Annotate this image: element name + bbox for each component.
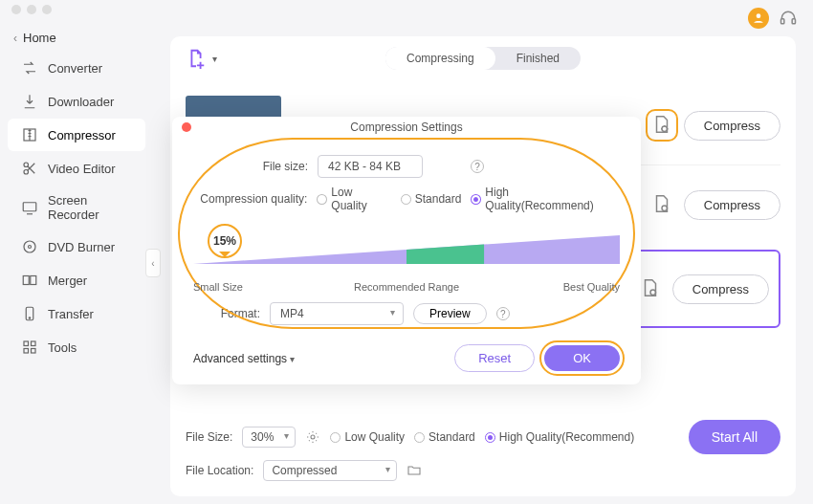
sidebar-item-dvd-burner[interactable]: DVD Burner: [8, 230, 145, 263]
slider-label-recommended: Recommended Range: [354, 281, 459, 293]
radio-low-quality[interactable]: Low Quality: [330, 430, 405, 444]
nav-label: Transfer: [48, 307, 94, 321]
sidebar-item-transfer[interactable]: Transfer: [8, 297, 145, 330]
svg-rect-13: [24, 341, 29, 346]
folder-icon[interactable]: [406, 463, 422, 478]
file-size-label: File size:: [193, 160, 308, 173]
ok-button[interactable]: OK: [544, 345, 620, 371]
svg-point-17: [662, 126, 668, 132]
svg-point-7: [24, 241, 35, 252]
svg-rect-6: [23, 203, 36, 211]
svg-point-19: [650, 290, 656, 296]
format-select[interactable]: MP4: [270, 302, 404, 325]
svg-rect-16: [32, 349, 36, 354]
svg-rect-15: [24, 349, 29, 354]
file-size-label: File Size:: [186, 430, 232, 444]
item-settings-icon[interactable]: [640, 278, 661, 299]
tools-icon: [21, 339, 38, 356]
compressor-icon: [21, 126, 38, 143]
radio-high-quality[interactable]: High Quality(Recommend): [485, 430, 634, 444]
chevron-left-icon: ‹: [13, 32, 17, 45]
nav-label: Tools: [48, 340, 77, 355]
advanced-settings-toggle[interactable]: Advanced settings: [193, 352, 295, 365]
quality-label: Compression quality:: [193, 192, 307, 206]
tab-segment: Compressing Finished: [385, 47, 581, 70]
nav-label: Screen Recorder: [48, 193, 132, 222]
home-label: Home: [23, 31, 56, 45]
compression-settings-dialog: Compression Settings File size: 42 KB - …: [172, 117, 641, 384]
sidebar-item-screen-recorder[interactable]: Screen Recorder: [8, 186, 145, 230]
converter-icon: [21, 59, 38, 77]
file-location-select[interactable]: Compressed: [263, 460, 397, 481]
file-size-input[interactable]: 42 KB - 84 KB: [318, 155, 423, 178]
nav-label: Downloader: [48, 95, 114, 109]
file-location-label: File Location:: [186, 464, 253, 477]
svg-point-8: [29, 246, 32, 249]
screen-recorder-icon: [21, 199, 38, 216]
preview-button[interactable]: Preview: [413, 303, 487, 324]
svg-rect-9: [23, 276, 29, 285]
nav-label: Converter: [48, 61, 102, 76]
sidebar-item-downloader[interactable]: Downloader: [8, 85, 145, 118]
slider-label-best: Best Quality: [563, 281, 620, 293]
nav-label: Compressor: [48, 128, 116, 142]
svg-point-18: [662, 206, 668, 211]
radio-standard[interactable]: Standard: [401, 192, 462, 206]
radio-low-quality[interactable]: Low Quality: [317, 186, 390, 212]
add-file-icon[interactable]: [186, 48, 207, 69]
sidebar-item-merger[interactable]: Merger: [8, 264, 145, 296]
chevron-down-icon[interactable]: ▾: [212, 54, 217, 64]
svg-point-0: [757, 13, 761, 18]
svg-point-12: [29, 318, 31, 319]
merger-icon: [21, 272, 38, 289]
sidebar-item-compressor[interactable]: Compressor: [8, 119, 145, 151]
format-label: Format:: [212, 307, 260, 320]
transfer-icon: [21, 305, 38, 322]
item-settings-icon[interactable]: [651, 115, 672, 136]
downloader-icon: [21, 93, 38, 110]
sidebar-item-tools[interactable]: Tools: [8, 331, 145, 363]
svg-rect-1: [781, 19, 784, 24]
dvd-icon: [21, 238, 38, 255]
sidebar-item-video-editor[interactable]: Video Editor: [8, 152, 145, 185]
radio-high-quality[interactable]: High Quality(Recommend): [471, 186, 620, 212]
compress-button[interactable]: Compress: [672, 274, 769, 304]
sidebar-item-converter[interactable]: Converter: [8, 52, 145, 84]
compress-button[interactable]: Compress: [684, 190, 780, 220]
home-link[interactable]: ‹ Home: [0, 25, 153, 51]
video-editor-icon: [21, 160, 38, 177]
avatar[interactable]: [748, 8, 769, 29]
radio-standard[interactable]: Standard: [414, 430, 475, 444]
item-settings-icon[interactable]: [651, 194, 672, 215]
tab-compressing[interactable]: Compressing: [385, 47, 495, 70]
svg-rect-10: [31, 276, 36, 285]
traffic-lights[interactable]: [11, 5, 52, 14]
gear-icon[interactable]: [305, 429, 320, 445]
compress-button[interactable]: Compress: [684, 111, 780, 141]
sidebar: ‹ Home Converter Downloader Compressor V…: [0, 19, 153, 504]
sidebar-collapse-toggle[interactable]: ‹: [145, 249, 161, 277]
nav-label: DVD Burner: [48, 240, 115, 254]
help-icon[interactable]: ?: [471, 160, 484, 173]
dialog-title: Compression Settings: [182, 121, 631, 134]
svg-point-20: [311, 435, 315, 439]
slider-handle[interactable]: 15%: [208, 224, 242, 258]
file-size-select[interactable]: 30%: [242, 427, 296, 448]
quality-slider[interactable]: 15%: [193, 228, 620, 275]
reset-button[interactable]: Reset: [454, 344, 535, 372]
svg-rect-2: [792, 19, 795, 24]
svg-rect-14: [32, 341, 36, 346]
support-icon[interactable]: [779, 9, 798, 28]
tab-finished[interactable]: Finished: [495, 47, 581, 70]
start-all-button[interactable]: Start All: [689, 420, 780, 454]
nav-label: Video Editor: [48, 162, 116, 176]
svg-marker-22: [406, 245, 484, 265]
help-icon[interactable]: ?: [496, 307, 510, 320]
slider-label-small: Small Size: [193, 281, 243, 293]
nav-label: Merger: [48, 274, 87, 288]
window-titlebar: [0, 0, 813, 19]
